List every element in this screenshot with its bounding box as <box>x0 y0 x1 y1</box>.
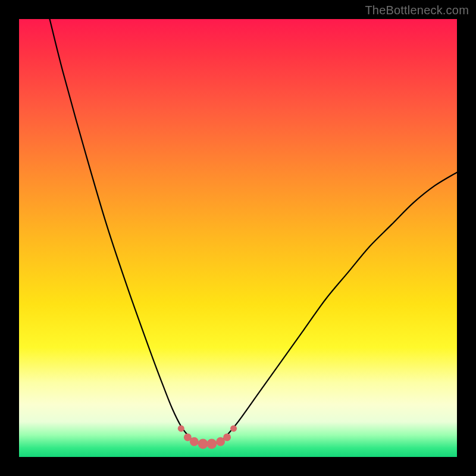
outer-frame: TheBottleneck.com <box>0 0 476 476</box>
bottleneck-marker <box>223 433 231 441</box>
bottleneck-marker <box>190 437 199 446</box>
attribution-label: TheBottleneck.com <box>365 4 469 17</box>
curve-layer <box>19 19 457 457</box>
bottleneck-marker <box>198 439 208 449</box>
bottleneck-marker <box>206 439 217 449</box>
bottleneck-marker <box>178 425 184 432</box>
bottleneck-marker <box>230 425 237 432</box>
bottleneck-curve-path <box>50 19 458 444</box>
plot-area <box>19 19 457 457</box>
bottleneck-marker-group <box>178 425 237 449</box>
